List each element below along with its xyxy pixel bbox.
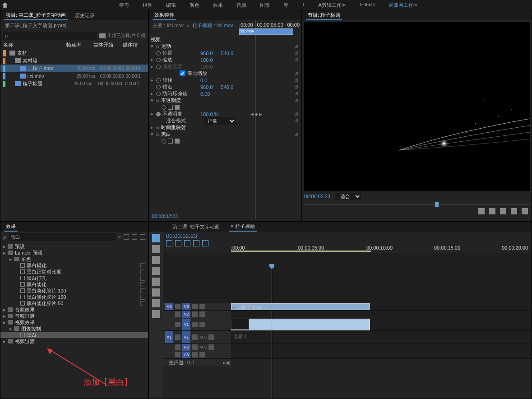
lock-icon[interactable] [175,322,180,327]
tab-timeline-main[interactable]: 第二课_粒子文字动画 [171,223,222,231]
ripple-tool-icon[interactable] [152,256,160,264]
kf-toggle[interactable] [156,92,161,96]
play-icon[interactable] [522,208,528,214]
sync-icon[interactable] [199,322,205,327]
kf-toggle[interactable] [156,85,161,89]
effects-folder[interactable]: ▸图像控制 [0,325,148,332]
effects-preset[interactable]: 黑白 [0,332,148,338]
effects-preset[interactable]: 黑白淡化胶片 100 [0,288,148,294]
reset-icon[interactable]: ↺ [294,44,300,49]
ws-t[interactable]: T [302,2,305,9]
ec-uniform-checkbox[interactable] [180,70,185,76]
reset-icon[interactable]: ↺ [294,111,300,117]
ec-position-x[interactable]: 960.0 [200,51,213,56]
reset-icon[interactable]: ↺ [294,57,300,63]
mask-pen-icon[interactable] [175,139,180,144]
lock-icon[interactable] [175,352,180,357]
sync-icon[interactable] [199,311,205,317]
v3-target[interactable]: V3 [165,303,173,310]
a1-target[interactable]: A1 [165,331,173,343]
effects-preset[interactable]: 黑白打孔 [0,275,148,281]
tab-timeline-seq[interactable]: × 粒子标题 [229,222,256,232]
32bit-badge-icon[interactable] [132,234,137,240]
clear-search-icon[interactable]: × [118,234,121,240]
clip-v1[interactable]: fx lizi.mov [231,319,370,330]
col-fps[interactable]: 帧速率 [66,42,93,48]
tab-effects[interactable]: 效果 [4,222,18,232]
effects-folder[interactable]: ▸预设 [0,243,148,250]
v3-label[interactable]: V3 [182,303,190,310]
ec-playhead[interactable] [255,20,255,219]
eye-icon[interactable] [192,304,198,309]
solo-icon[interactable] [199,352,205,357]
kf-toggle-active[interactable] [156,112,161,116]
ws-graphics[interactable]: 图形 [260,2,270,9]
mic-icon[interactable] [208,344,214,350]
ec-motion[interactable]: 运动 [161,43,197,50]
go-in-icon[interactable] [500,208,506,214]
reset-icon[interactable]: ↺ [294,78,300,83]
nested-clip[interactable] [231,319,249,329]
snap-icon[interactable] [166,240,172,246]
effects-preset[interactable]: 黑白淡化胶片 150 [0,294,148,300]
timeline-ruler[interactable]: :00:00 00:00:05:00 00:00:10:00 00:00:15:… [231,245,532,253]
ec-bw-header[interactable]: 黑白 [161,131,197,138]
v2-label[interactable]: V2 [182,311,190,318]
ws-effects2[interactable]: Effects [360,2,375,9]
accel-badge-icon[interactable] [124,234,129,240]
ws-learn[interactable]: 学习 [119,2,129,9]
step-back-icon[interactable] [511,208,517,214]
program-timecode[interactable]: 00:00:02:23 [304,194,330,199]
ec-crumb-seq[interactable]: 粒子标题 * lizi.mov [192,22,233,29]
ws-color[interactable]: 颜色 [190,2,199,9]
ec-opacity-header[interactable]: 不透明度 [161,97,197,104]
program-zoom-select[interactable]: 适合 [335,193,361,200]
col-name[interactable]: 名称 [3,42,66,48]
mute-icon[interactable] [192,334,198,340]
project-row[interactable]: 素材箱 [0,57,148,65]
kf-toggle[interactable] [156,58,161,62]
ws-assembly[interactable]: 组件 [143,2,153,9]
work-area-bar[interactable] [231,251,371,252]
effects-preset[interactable]: 黑白模化 [0,262,148,269]
effects-preset[interactable]: 黑白淡化胶片 50 [0,300,148,306]
marker-icon[interactable] [184,240,190,246]
sync-icon[interactable] [199,304,205,309]
a3-label[interactable]: A3 [182,352,190,358]
a1-label[interactable]: A1 [182,331,190,343]
ec-anchor-x[interactable]: 960.0 [200,84,213,90]
mark-in-icon[interactable] [478,208,485,214]
effects-folder[interactable]: ▸音频效果 [0,306,148,313]
project-row[interactable]: lizi.mov25.00 fps00:00:00:0000:00:1 [0,72,148,80]
ws-a[interactable]: A剪辑工作区 [318,2,346,9]
eye-icon[interactable] [192,322,198,327]
program-scrubber[interactable] [304,204,530,205]
effects-search-input[interactable] [9,233,115,241]
timeline-timecode[interactable]: 00:00:02:23 [166,232,529,239]
lock-icon[interactable] [175,334,180,340]
program-monitor[interactable] [304,22,530,191]
scrubber-head[interactable] [435,202,439,207]
ws-huke[interactable]: 虎课网工作区 [389,2,418,9]
ec-clip-bar[interactable]: lizi.mov [239,28,293,35]
tab-program[interactable]: 节目: 粒子标题 [306,11,342,20]
timeline-playhead[interactable] [272,267,272,399]
tab-effect-controls[interactable]: 效果控件 [153,11,176,20]
wrench-icon[interactable] [202,240,208,246]
col-end[interactable]: 媒体结 [123,42,145,48]
bin-icon[interactable] [99,33,106,38]
effects-folder[interactable]: ▸单色 [0,256,148,262]
ec-opacity-value[interactable]: 100.0 % [200,111,218,117]
project-row[interactable]: 粒子标题25.00 fps00:00:00:0000:00:1 [0,80,148,88]
reset-icon[interactable]: ↺ [294,132,300,137]
mask-ellipse-icon[interactable] [162,139,166,144]
mask-rect-icon[interactable] [168,105,173,110]
ec-flicker-value[interactable]: 0.00 [200,91,210,97]
ws-effects[interactable]: 效果 [213,2,223,9]
project-row[interactable]: 上粒子.mov25.00 fps00:00:00:0000:00:1 [0,65,148,72]
hand-tool-icon[interactable] [152,299,160,307]
ec-blend-select[interactable]: 正常 [204,117,236,125]
project-search-input[interactable] [3,32,97,40]
ws-audio[interactable]: 音频 [236,2,246,9]
kf-toggle[interactable] [156,51,161,56]
